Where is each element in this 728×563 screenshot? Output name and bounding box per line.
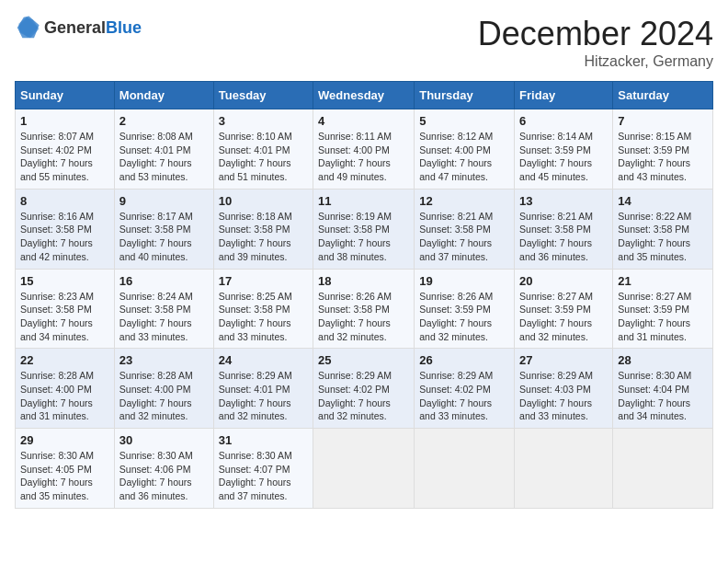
calendar-day-cell: 5Sunrise: 8:12 AMSunset: 4:00 PMDaylight… xyxy=(415,109,515,190)
calendar-day-cell: 11Sunrise: 8:19 AMSunset: 3:58 PMDayligh… xyxy=(313,189,415,269)
day-detail: Sunrise: 8:22 AMSunset: 3:58 PMDaylight:… xyxy=(618,210,708,264)
location-title: Hitzacker, Germany xyxy=(478,53,713,70)
calendar-day-cell: 13Sunrise: 8:21 AMSunset: 3:58 PMDayligh… xyxy=(515,189,613,269)
weekday-header: Saturday xyxy=(613,82,713,109)
day-detail: Sunrise: 8:29 AMSunset: 4:02 PMDaylight:… xyxy=(318,369,409,423)
day-detail: Sunrise: 8:30 AMSunset: 4:04 PMDaylight:… xyxy=(618,369,708,423)
calendar-week-row: 8Sunrise: 8:16 AMSunset: 3:58 PMDaylight… xyxy=(16,189,713,269)
day-detail: Sunrise: 8:26 AMSunset: 3:58 PMDaylight:… xyxy=(318,290,409,344)
title-area: December 2024 Hitzacker, Germany xyxy=(478,15,713,70)
day-number: 26 xyxy=(419,353,509,367)
day-detail: Sunrise: 8:28 AMSunset: 4:00 PMDaylight:… xyxy=(20,369,109,423)
svg-marker-3 xyxy=(17,16,40,38)
weekday-header: Wednesday xyxy=(313,82,415,109)
calendar-day-cell: 1Sunrise: 8:07 AMSunset: 4:02 PMDaylight… xyxy=(16,109,115,190)
day-number: 20 xyxy=(519,274,608,288)
calendar-day-cell: 19Sunrise: 8:26 AMSunset: 3:59 PMDayligh… xyxy=(415,269,515,349)
weekday-header: Friday xyxy=(515,82,613,109)
calendar-day-cell: 27Sunrise: 8:29 AMSunset: 4:03 PMDayligh… xyxy=(515,349,613,429)
calendar-day-cell: 6Sunrise: 8:14 AMSunset: 3:59 PMDaylight… xyxy=(515,109,613,190)
calendar-day-cell: 7Sunrise: 8:15 AMSunset: 3:59 PMDaylight… xyxy=(613,109,713,190)
day-detail: Sunrise: 8:24 AMSunset: 3:58 PMDaylight:… xyxy=(119,290,209,344)
day-detail: Sunrise: 8:07 AMSunset: 4:02 PMDaylight:… xyxy=(20,130,109,184)
day-number: 12 xyxy=(419,194,509,208)
calendar-day-cell: 24Sunrise: 8:29 AMSunset: 4:01 PMDayligh… xyxy=(213,349,313,429)
day-detail: Sunrise: 8:29 AMSunset: 4:02 PMDaylight:… xyxy=(419,369,509,423)
day-number: 10 xyxy=(219,194,308,208)
day-number: 13 xyxy=(519,194,608,208)
day-detail: Sunrise: 8:27 AMSunset: 3:59 PMDaylight:… xyxy=(618,290,708,344)
calendar-day-cell: 20Sunrise: 8:27 AMSunset: 3:59 PMDayligh… xyxy=(515,269,613,349)
day-detail: Sunrise: 8:21 AMSunset: 3:58 PMDaylight:… xyxy=(519,210,608,264)
calendar-day-cell: 25Sunrise: 8:29 AMSunset: 4:02 PMDayligh… xyxy=(313,349,415,429)
day-detail: Sunrise: 8:14 AMSunset: 3:59 PMDaylight:… xyxy=(519,130,608,184)
calendar-day-cell: 8Sunrise: 8:16 AMSunset: 3:58 PMDaylight… xyxy=(16,189,115,269)
day-detail: Sunrise: 8:29 AMSunset: 4:03 PMDaylight:… xyxy=(519,369,608,423)
day-detail: Sunrise: 8:23 AMSunset: 3:58 PMDaylight:… xyxy=(20,290,109,344)
calendar-day-cell: 9Sunrise: 8:17 AMSunset: 3:58 PMDaylight… xyxy=(114,189,213,269)
calendar-day-cell: 16Sunrise: 8:24 AMSunset: 3:58 PMDayligh… xyxy=(114,269,213,349)
calendar-day-cell xyxy=(313,429,415,509)
day-number: 18 xyxy=(318,274,409,288)
day-detail: Sunrise: 8:19 AMSunset: 3:58 PMDaylight:… xyxy=(318,210,409,264)
day-number: 24 xyxy=(219,353,308,367)
day-number: 25 xyxy=(318,353,409,367)
day-number: 30 xyxy=(119,433,209,447)
calendar-day-cell: 29Sunrise: 8:30 AMSunset: 4:05 PMDayligh… xyxy=(16,429,115,509)
page-header: GeneralBlue December 2024 Hitzacker, Ger… xyxy=(15,15,713,70)
day-number: 5 xyxy=(419,114,509,128)
weekday-header: Sunday xyxy=(16,82,115,109)
day-detail: Sunrise: 8:17 AMSunset: 3:58 PMDaylight:… xyxy=(119,210,209,264)
calendar-week-row: 15Sunrise: 8:23 AMSunset: 3:58 PMDayligh… xyxy=(16,269,713,349)
calendar-day-cell: 15Sunrise: 8:23 AMSunset: 3:58 PMDayligh… xyxy=(16,269,115,349)
day-number: 6 xyxy=(519,114,608,128)
weekday-header: Thursday xyxy=(415,82,515,109)
logo: GeneralBlue xyxy=(15,15,142,40)
calendar-day-cell xyxy=(415,429,515,509)
day-number: 1 xyxy=(20,114,109,128)
day-detail: Sunrise: 8:30 AMSunset: 4:06 PMDaylight:… xyxy=(119,449,209,503)
calendar-header-row: SundayMondayTuesdayWednesdayThursdayFrid… xyxy=(16,82,713,109)
day-number: 22 xyxy=(20,353,109,367)
day-number: 4 xyxy=(318,114,409,128)
day-detail: Sunrise: 8:15 AMSunset: 3:59 PMDaylight:… xyxy=(618,130,708,184)
calendar-day-cell: 3Sunrise: 8:10 AMSunset: 4:01 PMDaylight… xyxy=(213,109,313,190)
calendar-day-cell: 23Sunrise: 8:28 AMSunset: 4:00 PMDayligh… xyxy=(114,349,213,429)
weekday-header: Tuesday xyxy=(213,82,313,109)
calendar-body: 1Sunrise: 8:07 AMSunset: 4:02 PMDaylight… xyxy=(16,109,713,509)
day-detail: Sunrise: 8:30 AMSunset: 4:07 PMDaylight:… xyxy=(219,449,308,503)
day-number: 19 xyxy=(419,274,509,288)
day-detail: Sunrise: 8:12 AMSunset: 4:00 PMDaylight:… xyxy=(419,130,509,184)
calendar-week-row: 29Sunrise: 8:30 AMSunset: 4:05 PMDayligh… xyxy=(16,429,713,509)
day-detail: Sunrise: 8:11 AMSunset: 4:00 PMDaylight:… xyxy=(318,130,409,184)
day-detail: Sunrise: 8:10 AMSunset: 4:01 PMDaylight:… xyxy=(219,130,308,184)
day-number: 9 xyxy=(119,194,209,208)
calendar-week-row: 22Sunrise: 8:28 AMSunset: 4:00 PMDayligh… xyxy=(16,349,713,429)
day-number: 27 xyxy=(519,353,608,367)
calendar-day-cell: 22Sunrise: 8:28 AMSunset: 4:00 PMDayligh… xyxy=(16,349,115,429)
calendar-day-cell: 12Sunrise: 8:21 AMSunset: 3:58 PMDayligh… xyxy=(415,189,515,269)
day-number: 7 xyxy=(618,114,708,128)
weekday-header: Monday xyxy=(114,82,213,109)
calendar-day-cell: 31Sunrise: 8:30 AMSunset: 4:07 PMDayligh… xyxy=(213,429,313,509)
day-detail: Sunrise: 8:08 AMSunset: 4:01 PMDaylight:… xyxy=(119,130,209,184)
calendar-day-cell: 14Sunrise: 8:22 AMSunset: 3:58 PMDayligh… xyxy=(613,189,713,269)
day-number: 21 xyxy=(618,274,708,288)
logo-text-general: General xyxy=(44,18,106,37)
day-detail: Sunrise: 8:30 AMSunset: 4:05 PMDaylight:… xyxy=(20,449,109,503)
day-number: 23 xyxy=(119,353,209,367)
day-number: 31 xyxy=(219,433,308,447)
calendar-day-cell: 21Sunrise: 8:27 AMSunset: 3:59 PMDayligh… xyxy=(613,269,713,349)
calendar-day-cell: 30Sunrise: 8:30 AMSunset: 4:06 PMDayligh… xyxy=(114,429,213,509)
calendar-day-cell: 28Sunrise: 8:30 AMSunset: 4:04 PMDayligh… xyxy=(613,349,713,429)
logo-icon xyxy=(15,15,40,40)
day-detail: Sunrise: 8:25 AMSunset: 3:58 PMDaylight:… xyxy=(219,290,308,344)
day-detail: Sunrise: 8:27 AMSunset: 3:59 PMDaylight:… xyxy=(519,290,608,344)
day-detail: Sunrise: 8:18 AMSunset: 3:58 PMDaylight:… xyxy=(219,210,308,264)
calendar-table: SundayMondayTuesdayWednesdayThursdayFrid… xyxy=(15,81,713,509)
day-detail: Sunrise: 8:28 AMSunset: 4:00 PMDaylight:… xyxy=(119,369,209,423)
calendar-week-row: 1Sunrise: 8:07 AMSunset: 4:02 PMDaylight… xyxy=(16,109,713,190)
day-number: 29 xyxy=(20,433,109,447)
day-number: 14 xyxy=(618,194,708,208)
calendar-day-cell xyxy=(613,429,713,509)
